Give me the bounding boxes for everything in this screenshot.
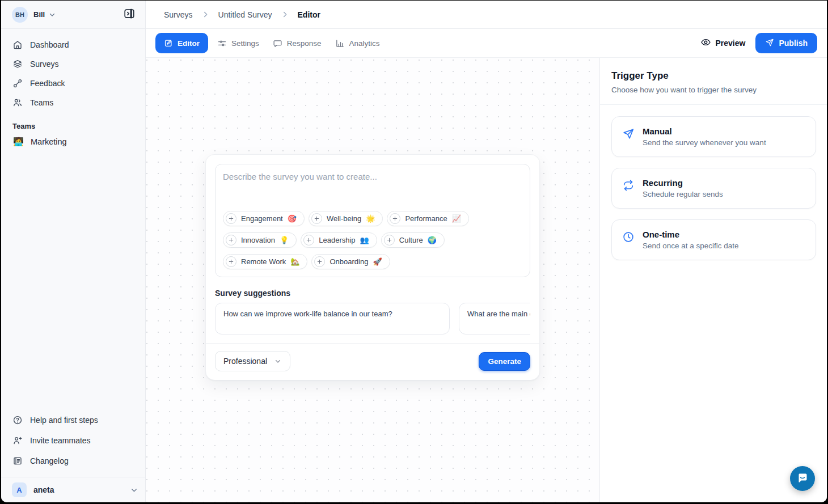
suggestions-title: Survey suggestions [215, 289, 530, 298]
panel-collapse-icon [123, 7, 136, 22]
trigger-option-manual[interactable]: Manual Send the survey whenever you want [611, 116, 816, 157]
breadcrumb-editor: Editor [298, 10, 320, 19]
plus-icon [314, 256, 325, 267]
sidebar-item-teams[interactable]: Teams [1, 93, 145, 112]
user-plus-icon [12, 435, 23, 446]
user-name: aneta [33, 485, 54, 494]
trigger-option-description: Schedule regular sends [643, 190, 723, 198]
publish-button[interactable]: Publish [755, 33, 817, 53]
sidebar-item-marketing[interactable]: 🧑‍💻 Marketing [1, 133, 145, 151]
link-icon [12, 78, 23, 88]
trigger-option-one-time[interactable]: One-time Send once at a specific date [611, 219, 816, 260]
trigger-option-text: Manual Send the survey whenever you want [643, 126, 766, 147]
sidebar-item-label: Teams [30, 98, 53, 107]
chip-emoji: 👥 [360, 236, 369, 244]
content: Engagement 🎯 Well-being 🌟 Performance [146, 58, 827, 502]
tab-analytics[interactable]: Analytics [328, 33, 387, 53]
sidebar-item-changelog[interactable]: Changelog [1, 451, 145, 471]
chevron-down-icon [130, 486, 138, 494]
sidebar-item-dashboard[interactable]: Dashboard [1, 35, 145, 54]
chip-innovation[interactable]: Innovation 💡 [223, 232, 297, 248]
suggestion-card[interactable]: How can we improve work-life balance in … [215, 303, 450, 334]
trigger-options: Manual Send the survey whenever you want… [600, 105, 827, 260]
plus-icon [311, 213, 322, 224]
home-icon [12, 40, 23, 50]
topic-chips: Engagement 🎯 Well-being 🌟 Performance [223, 211, 522, 269]
chip-remote-work[interactable]: Remote Work 🏡 [223, 254, 307, 269]
sidebar-collapse-button[interactable] [120, 6, 138, 24]
sidebar-footer: Help and first steps Invite teammates Ch… [1, 410, 145, 502]
breadcrumb-untitled-survey[interactable]: Untitled Survey [218, 10, 272, 19]
user-menu[interactable]: A aneta [12, 482, 138, 497]
tone-select[interactable]: Professional [215, 351, 290, 371]
sliders-icon [217, 39, 227, 48]
survey-prompt-input[interactable] [223, 172, 522, 211]
trigger-option-description: Send once at a specific date [643, 242, 739, 250]
chip-emoji: 🌍 [428, 236, 437, 244]
send-icon [622, 128, 635, 140]
generate-button[interactable]: Generate [479, 352, 530, 371]
chip-engagement[interactable]: Engagement 🎯 [223, 211, 305, 226]
tone-select-value: Professional [223, 357, 267, 366]
tab-label: Settings [231, 39, 259, 48]
repeat-icon [622, 179, 635, 192]
sidebar-spacer [1, 151, 145, 410]
breadcrumb-surveys[interactable]: Surveys [164, 10, 193, 19]
chip-performance[interactable]: Performance 📈 [387, 211, 469, 226]
tab-settings[interactable]: Settings [210, 33, 266, 53]
app-window: BH Bill Dashboard Surv [1, 1, 827, 502]
sidebar-item-label: Surveys [30, 60, 59, 69]
survey-prompt-box[interactable]: Engagement 🎯 Well-being 🌟 Performance [215, 164, 530, 277]
chat-smile-icon [796, 471, 809, 486]
sidebar-item-label: Feedback [30, 79, 65, 88]
team-emoji: 🧑‍💻 [13, 137, 24, 147]
publish-label: Publish [779, 39, 808, 48]
chip-well-being[interactable]: Well-being 🌟 [309, 211, 383, 226]
trigger-option-title: One-time [643, 230, 739, 239]
tab-label: Analytics [349, 39, 380, 48]
composer-footer: Professional Generate [206, 343, 539, 380]
chip-onboarding[interactable]: Onboarding 🚀 [311, 254, 390, 269]
plus-icon [226, 256, 236, 267]
bar-chart-icon [335, 39, 345, 48]
users-icon [12, 98, 23, 108]
trigger-option-title: Recurring [643, 178, 723, 188]
chip-emoji: 🌟 [366, 215, 375, 222]
trigger-option-title: Manual [643, 126, 766, 136]
user-avatar: A [12, 482, 27, 497]
trigger-panel: Trigger Type Choose how you want to trig… [599, 58, 827, 502]
editor-canvas[interactable]: Engagement 🎯 Well-being 🌟 Performance [146, 58, 599, 502]
trigger-panel-subtitle: Choose how you want to trigger the surve… [611, 86, 816, 94]
chip-emoji: 📈 [452, 215, 461, 222]
plus-icon [226, 235, 236, 245]
sidebar: BH Bill Dashboard Surv [1, 1, 146, 502]
toolbar-right: Preview Publish [700, 33, 818, 53]
chat-launcher-button[interactable] [790, 466, 815, 491]
sidebar-item-help[interactable]: Help and first steps [1, 410, 145, 430]
chip-emoji: 🚀 [373, 258, 382, 265]
trigger-option-recurring[interactable]: Recurring Schedule regular sends [611, 168, 816, 209]
preview-button[interactable]: Preview [700, 37, 746, 49]
tab-response[interactable]: Response [266, 33, 328, 53]
changelog-icon [12, 456, 23, 466]
chevron-down-icon [48, 11, 56, 19]
chip-leadership[interactable]: Leadership 👥 [301, 232, 377, 248]
team-label: Marketing [31, 137, 67, 146]
workspace-switcher[interactable]: BH Bill [1, 1, 145, 29]
sidebar-item-surveys[interactable]: Surveys [1, 54, 145, 74]
layers-icon [12, 59, 23, 69]
teams-section-title: Teams [1, 119, 145, 133]
main-area: Surveys Untitled Survey Editor Editor [146, 1, 827, 502]
chip-label: Performance [405, 214, 447, 223]
sidebar-item-invite[interactable]: Invite teammates [1, 430, 145, 451]
workspace-name: Bill [33, 10, 45, 19]
tab-editor[interactable]: Editor [155, 33, 208, 53]
breadcrumb: Surveys Untitled Survey Editor [146, 1, 827, 29]
sidebar-item-feedback[interactable]: Feedback [1, 74, 145, 93]
trigger-option-text: One-time Send once at a specific date [643, 230, 739, 250]
suggestion-card[interactable]: What are the main ob [459, 303, 530, 334]
chip-label: Culture [399, 236, 423, 244]
chevron-right-icon [201, 10, 210, 19]
chip-culture[interactable]: Culture 🌍 [381, 232, 445, 248]
sidebar-user-wrap: A aneta [1, 477, 145, 502]
